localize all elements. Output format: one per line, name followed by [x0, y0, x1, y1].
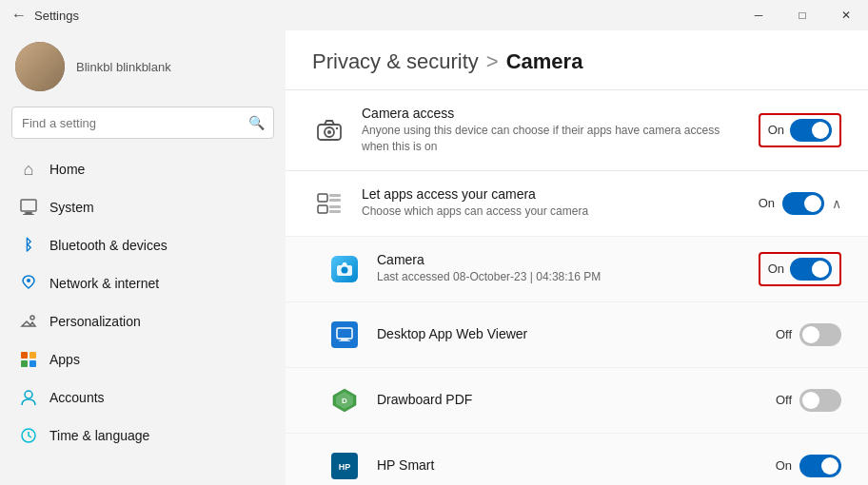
sidebar-item-accounts[interactable]: Accounts	[4, 378, 282, 417]
maximize-button[interactable]: □	[780, 0, 824, 30]
svg-rect-25	[339, 340, 350, 341]
sidebar-item-label: Accounts	[49, 390, 105, 405]
let-apps-control: On ∧	[759, 192, 841, 215]
home-icon: ⌂	[19, 160, 38, 179]
camera-app-toggle[interactable]	[790, 258, 832, 281]
hp-smart-toggle[interactable]	[799, 455, 841, 477]
search-input[interactable]	[11, 107, 274, 139]
let-apps-desc: Choose which apps can access your camera	[362, 204, 743, 220]
breadcrumb-separator: >	[486, 49, 499, 74]
svg-point-13	[327, 130, 331, 134]
desktop-web-viewer-icon-bg	[331, 321, 358, 348]
user-name: Blinkbl blinkblank	[76, 60, 171, 74]
camera-access-toggle-wrapper: On	[759, 113, 841, 147]
time-icon	[19, 426, 38, 445]
camera-access-desc: Anyone using this device can choose if t…	[362, 123, 743, 155]
svg-text:D: D	[342, 397, 347, 405]
camera-access-control: On	[759, 113, 841, 147]
sidebar-item-label: System	[49, 200, 94, 215]
svg-point-14	[336, 127, 338, 129]
camera-app-title: Camera	[377, 252, 743, 267]
svg-point-9	[25, 391, 32, 398]
svg-rect-18	[318, 205, 327, 213]
avatar	[15, 42, 65, 91]
breadcrumb-parent: Privacy & security	[312, 49, 479, 74]
app-title: Settings	[34, 9, 79, 23]
expand-icon[interactable]: ∧	[832, 196, 841, 211]
breadcrumb-current: Camera	[506, 49, 583, 74]
svg-rect-5	[21, 352, 28, 359]
let-apps-toggle[interactable]	[782, 192, 824, 215]
main-content: Privacy & security > Camera Ca	[286, 30, 868, 485]
drawboard-toggle[interactable]	[799, 389, 841, 412]
drawboard-control: Off	[776, 389, 841, 412]
page-header: Privacy & security > Camera	[286, 30, 868, 90]
svg-point-4	[30, 316, 34, 320]
let-apps-title: Let apps access your camera	[362, 186, 743, 202]
camera-app-icon-bg	[331, 256, 358, 282]
svg-rect-23	[337, 328, 352, 339]
sidebar-item-system[interactable]: System	[4, 188, 282, 226]
desktop-web-viewer-icon	[327, 318, 362, 352]
camera-access-status: On	[768, 123, 784, 137]
sidebar-item-network[interactable]: Network & internet	[4, 264, 282, 302]
camera-app-control: On	[759, 252, 841, 286]
let-apps-row: Let apps access your camera Choose which…	[286, 171, 868, 237]
camera-access-toggle[interactable]	[790, 119, 832, 142]
sidebar-item-label: Home	[49, 162, 85, 177]
sidebar-item-label: Network & internet	[49, 276, 159, 291]
svg-rect-16	[329, 194, 341, 197]
desktop-web-viewer-text: Desktop App Web Viewer	[377, 326, 760, 343]
minimize-button[interactable]: ─	[737, 0, 780, 30]
camera-app-icon	[327, 252, 362, 286]
sidebar-item-bluetooth[interactable]: ᛒ Bluetooth & devices	[4, 226, 282, 264]
svg-rect-24	[341, 339, 348, 340]
sidebar-item-apps[interactable]: Apps	[4, 340, 282, 378]
close-button[interactable]: ✕	[824, 0, 868, 30]
app-row-camera: Camera Last accessed 08-October-23 | 04:…	[286, 237, 868, 302]
sidebar-item-label: Personalization	[49, 314, 141, 329]
user-section[interactable]: Blinkbl blinkblank	[0, 30, 286, 107]
svg-rect-2	[23, 214, 34, 215]
camera-access-icon	[312, 113, 346, 147]
svg-rect-1	[25, 212, 32, 214]
sidebar: Blinkbl blinkblank 🔍 ⌂ Home System ᛒ Blu…	[0, 30, 286, 485]
camera-access-text: Camera access Anyone using this device c…	[362, 106, 743, 155]
svg-text:HP: HP	[339, 462, 351, 472]
app-row-desktop-web-viewer: Desktop App Web Viewer Off	[286, 302, 868, 368]
sidebar-item-home[interactable]: ⌂ Home	[4, 150, 282, 188]
camera-toggle-wrapper: On	[759, 252, 841, 286]
drawboard-title: Drawboard PDF	[377, 392, 760, 407]
camera-app-desc: Last accessed 08-October-23 | 04:38:16 P…	[377, 269, 743, 285]
desktop-web-viewer-title: Desktop App Web Viewer	[377, 326, 760, 341]
let-apps-status: On	[759, 196, 775, 210]
personalization-icon	[19, 312, 38, 331]
sidebar-item-label: Apps	[49, 352, 80, 367]
svg-rect-15	[318, 194, 327, 202]
hp-smart-control: On	[776, 455, 841, 477]
apps-camera-icon	[316, 190, 343, 217]
svg-rect-19	[329, 205, 341, 208]
desktop-web-viewer-toggle[interactable]	[799, 323, 841, 346]
camera-access-row: Camera access Anyone using this device c…	[286, 90, 868, 170]
let-apps-icon	[312, 186, 346, 221]
sidebar-item-time[interactable]: Time & language	[4, 417, 282, 455]
hp-smart-status: On	[776, 458, 792, 473]
hp-smart-icon: HP	[327, 449, 362, 483]
back-icon[interactable]: ←	[11, 7, 27, 24]
title-bar-controls: ─ □ ✕	[737, 0, 868, 30]
system-icon	[19, 198, 38, 217]
svg-rect-17	[329, 199, 341, 202]
title-bar: ← Settings ─ □ ✕	[0, 0, 868, 30]
network-icon	[19, 274, 38, 293]
sidebar-item-personalization[interactable]: Personalization	[4, 302, 282, 340]
drawboard-status: Off	[776, 393, 792, 407]
title-bar-left: ← Settings	[11, 7, 79, 24]
camera-icon	[316, 117, 343, 144]
svg-point-3	[27, 279, 30, 282]
hp-smart-icon-bg: HP	[331, 453, 358, 479]
app-row-hp-smart: HP HP Smart On	[286, 434, 868, 485]
search-box: 🔍	[11, 107, 274, 139]
nav-list: ⌂ Home System ᛒ Bluetooth & devices Netw…	[0, 150, 286, 455]
sidebar-item-label: Bluetooth & devices	[49, 238, 168, 253]
